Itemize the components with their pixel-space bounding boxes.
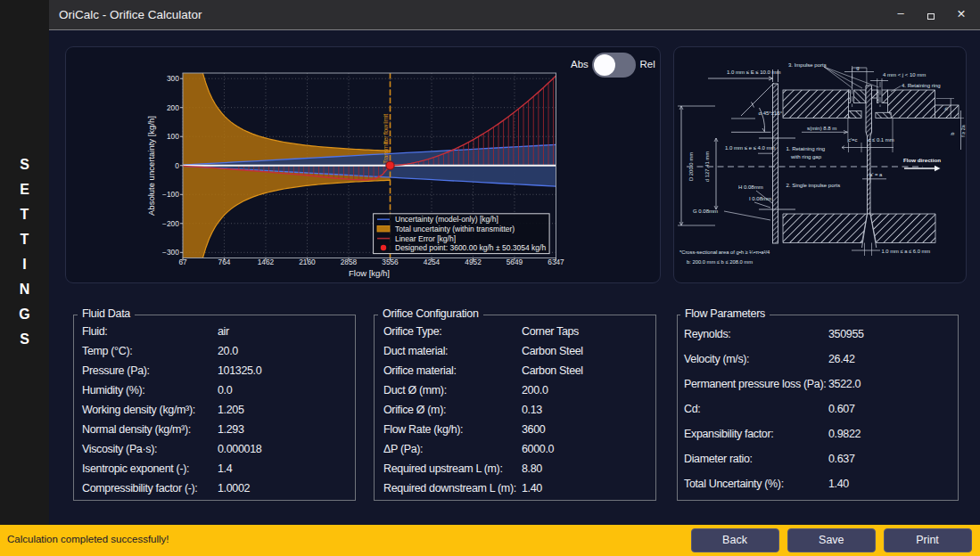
svg-text:Flow [kg/h]: Flow [kg/h] xyxy=(349,268,390,278)
svg-text:3. Impulse ports: 3. Impulse ports xyxy=(788,62,827,68)
svg-text:5649: 5649 xyxy=(506,258,523,266)
svg-text:Uncertainty (model-only) [kg/h: Uncertainty (model-only) [kg/h] xyxy=(395,215,498,224)
svg-text:Total uncertainty (within tran: Total uncertainty (within transmitter) xyxy=(395,225,515,233)
svg-text:Linear Error [kg/h]: Linear Error [kg/h] xyxy=(395,234,456,243)
svg-text:G 0.08mm: G 0.08mm xyxy=(693,208,718,214)
svg-text:H 0.08mm: H 0.08mm xyxy=(738,184,763,190)
svg-text:67: 67 xyxy=(178,258,187,266)
svg-text:4254: 4254 xyxy=(424,258,441,266)
svg-text:with ring gap: with ring gap xyxy=(790,154,822,159)
svg-text:f ≥ 2a: f ≥ 2a xyxy=(960,125,966,136)
svg-text:300: 300 xyxy=(167,74,179,83)
svg-text:−200: −200 xyxy=(162,219,179,228)
svg-text:c ≤ 0.1 mm: c ≤ 0.1 mm xyxy=(869,137,894,143)
svg-text:h: h xyxy=(943,108,949,110)
svg-text:a' = a: a' = a xyxy=(869,172,883,177)
svg-text:1.0 mm ≤ a ≤ 6.0 mm: 1.0 mm ≤ a ≤ 6.0 mm xyxy=(882,249,931,254)
svg-text:0: 0 xyxy=(175,161,179,170)
svg-text:4 mm < j < 10 mm: 4 mm < j < 10 mm xyxy=(883,72,926,78)
svg-text:4. Retaining ring: 4. Retaining ring xyxy=(902,83,941,88)
svg-text:α 45°±15°: α 45°±15° xyxy=(759,110,783,116)
svg-text:I 0.08mm: I 0.08mm xyxy=(749,196,771,201)
svg-text:c'=c: c'=c xyxy=(848,137,858,143)
svg-text:200: 200 xyxy=(167,103,179,112)
svg-text:4952: 4952 xyxy=(465,258,482,266)
svg-text:2858: 2858 xyxy=(341,258,358,266)
svg-text:1462: 1462 xyxy=(258,258,275,266)
svg-text:b: b xyxy=(950,133,955,135)
svg-text:Absolute uncertainty [kg/h]: Absolute uncertainty [kg/h] xyxy=(146,116,156,216)
svg-text:1. Retaining ring: 1. Retaining ring xyxy=(786,146,826,151)
svg-text:Flow direction: Flow direction xyxy=(903,157,941,163)
svg-text:Transmitter flow limit: Transmitter flow limit xyxy=(382,114,390,164)
svg-text:1.0 mm ≤ e ≤ 4.0 mm: 1.0 mm ≤ e ≤ 4.0 mm xyxy=(725,145,776,151)
svg-text:Designed point: 3600.00 kg/h ±: Designed point: 3600.00 kg/h ± 50.3054 k… xyxy=(395,243,546,252)
svg-text:2. Single impulse ports: 2. Single impulse ports xyxy=(786,183,841,188)
svg-text:*Cross-sectional area of g•h ≥: *Cross-sectional area of g•h ≥ ¼•π•a²/4 xyxy=(679,249,770,255)
svg-text:3556: 3556 xyxy=(382,258,399,266)
svg-text:s(min) 8.8 m: s(min) 8.8 m xyxy=(807,126,836,131)
svg-text:g: g xyxy=(856,65,859,70)
svg-text:−300: −300 xyxy=(162,248,179,257)
svg-text:764: 764 xyxy=(218,258,231,266)
svg-text:−100: −100 xyxy=(162,190,179,199)
svg-text:6347: 6347 xyxy=(548,258,564,266)
svg-text:1.0 mm ≤ E ≤ 10.0 mm: 1.0 mm ≤ E ≤ 10.0 mm xyxy=(727,70,781,75)
svg-text:100: 100 xyxy=(167,132,179,141)
svg-text:b: 200.0 mm ≤ b ≤ 208.0 mm: b: 200.0 mm ≤ b ≤ 208.0 mm xyxy=(687,259,753,265)
svg-text:2160: 2160 xyxy=(299,258,316,266)
